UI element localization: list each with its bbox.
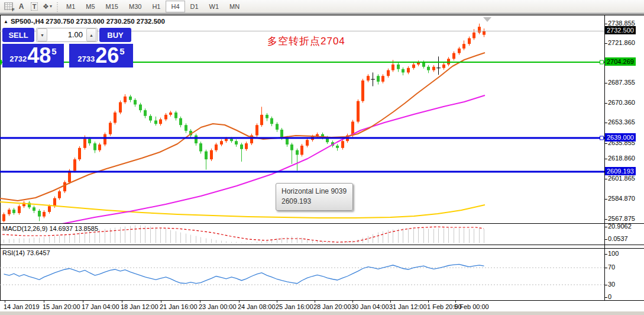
price-axis-label: 2653.365 xyxy=(608,118,635,126)
time-axis-tick xyxy=(455,300,456,303)
time-axis-tick xyxy=(122,300,122,303)
price-axis-label: 2601.865 xyxy=(608,175,635,182)
line-price-label: 2609.193 xyxy=(605,167,636,175)
time-axis[interactable]: 14 Jan 201915 Jan 20:0017 Jan 04:0018 Ja… xyxy=(0,300,604,311)
macd-bottom-border[interactable] xyxy=(0,245,644,245)
axis-tick xyxy=(604,179,607,179)
letter-t-icon: T xyxy=(31,2,38,11)
price-axis-label: 2721.860 xyxy=(608,39,635,46)
axis-tick xyxy=(604,254,607,255)
timeframe-button-MN[interactable]: MN xyxy=(224,1,245,12)
rsi-line xyxy=(4,264,484,283)
volume-input[interactable]: 1.00 xyxy=(48,28,86,41)
axis-tick xyxy=(604,227,607,227)
sell-price-pips: 48 xyxy=(27,46,51,66)
axis-tick xyxy=(604,219,607,220)
axis-tick xyxy=(604,239,607,240)
ma_fast-line xyxy=(0,53,485,201)
price-axis-label: 20.9062 xyxy=(608,223,632,230)
time-axis-tick xyxy=(239,300,240,303)
ma_slow-line xyxy=(56,95,485,223)
timeframe-button-M30[interactable]: M30 xyxy=(124,1,147,12)
axis-tick xyxy=(604,143,607,144)
axis-tick xyxy=(604,297,607,298)
buy-price-display[interactable]: 2733 26 5 xyxy=(69,44,133,68)
time-axis-label: 30 Jan 04:00 xyxy=(351,303,389,310)
text-tool-button[interactable]: T xyxy=(28,1,41,12)
toolbar: F A T ❖ ▾ M1M5M15M30H1H4D1W1MN xyxy=(0,0,644,13)
line-handle[interactable] xyxy=(600,60,604,64)
price-axis-label: 2687.355 xyxy=(608,79,635,86)
time-axis-label: 23 Jan 00:00 xyxy=(199,303,237,310)
time-axis-tick xyxy=(315,300,315,303)
rsi-panel[interactable] xyxy=(0,249,604,300)
time-axis-tick xyxy=(390,300,391,303)
axis-tick xyxy=(604,43,607,44)
buy-price-fraction: 5 xyxy=(119,46,124,56)
tooltip-object-name: Horizontal Line 9039 xyxy=(281,187,347,197)
axis-tick xyxy=(604,159,607,159)
buy-button[interactable]: BUY xyxy=(99,28,131,42)
time-axis-label: 28 Jan 20:00 xyxy=(313,303,351,310)
price-axis-label: 2584.870 xyxy=(608,195,635,202)
price-axis-label: 2670.360 xyxy=(608,99,635,106)
timeframe-buttons: M1M5M15M30H1H4D1W1MN xyxy=(61,1,245,12)
timeframe-button-H4[interactable]: H4 xyxy=(166,1,185,12)
time-axis-tick xyxy=(200,300,200,303)
timeframe-button-H1[interactable]: H1 xyxy=(147,1,166,12)
timeframe-button-M15[interactable]: M15 xyxy=(101,1,124,12)
line-price-label: 2639.000 xyxy=(605,133,636,142)
text-label-button[interactable]: A xyxy=(15,1,28,12)
timeframe-button-W1[interactable]: W1 xyxy=(204,1,225,12)
axis-tick xyxy=(604,83,607,83)
price-axis-label: 30 xyxy=(608,281,615,288)
axis-tick xyxy=(604,103,607,104)
timeframe-button-M1[interactable]: M1 xyxy=(61,1,80,12)
ma_long-line xyxy=(0,202,485,218)
buy-price-big-figure: 2733 xyxy=(77,54,95,63)
one-click-trading-panel: SELL ▼ 1.00 ▲ BUY 2732 48 5 2733 26 5 xyxy=(2,27,133,68)
chevron-down-icon: ▾ xyxy=(50,4,52,9)
time-axis-label: 15 Jan 20:00 xyxy=(43,303,80,310)
macd-label: MACD(12,26,9) 14.6937 13.8585 xyxy=(2,225,98,232)
timeframe-button-D1[interactable]: D1 xyxy=(185,1,204,12)
sell-button[interactable]: SELL xyxy=(2,28,34,42)
timeframe-button-M5[interactable]: M5 xyxy=(80,1,100,12)
arrows-icon: ❖ xyxy=(43,2,49,11)
sell-price-big-figure: 2732 xyxy=(9,54,27,63)
object-tooltip: Horizontal Line 9039 2609.193 xyxy=(276,183,353,211)
time-axis-label: 17 Jan 04:00 xyxy=(82,303,119,310)
price-axis-label: 100 xyxy=(608,250,619,257)
toolbar-separator xyxy=(57,1,58,12)
arrows-tool-button[interactable]: ❖ ▾ xyxy=(41,1,54,12)
time-axis-tick xyxy=(352,300,353,303)
time-axis-tick xyxy=(83,300,83,303)
line-price-label: 2704.269 xyxy=(605,57,636,66)
collapse-icon[interactable]: ▲ xyxy=(4,19,8,24)
volume-decrease-button[interactable]: ▼ xyxy=(37,28,47,41)
price-axis-label: 2567.875 xyxy=(608,215,635,222)
price-axis-label: 0.0537 xyxy=(608,235,628,242)
volume-increase-button[interactable]: ▲ xyxy=(86,28,96,41)
current-price-label: 2732.500 xyxy=(605,26,636,34)
time-axis-label: 24 Jan 08:00 xyxy=(238,303,276,310)
ohlc-readout: SP500-,H4 2730.750 2733.000 2730.250 273… xyxy=(11,18,165,25)
sell-price-display[interactable]: 2732 48 5 xyxy=(2,44,64,68)
tooltip-object-value: 2609.193 xyxy=(281,197,347,207)
time-axis-label: 14 Jan 2019 xyxy=(4,303,40,310)
volume-stepper: ▼ 1.00 ▲ xyxy=(36,28,98,42)
chart-title: ▲ SP500-,H4 2730.750 2733.000 2730.250 2… xyxy=(4,18,165,25)
time-axis-label: 5 Feb 00:00 xyxy=(454,303,489,310)
time-axis-label: 21 Jan 16:00 xyxy=(160,303,198,310)
time-axis-tick xyxy=(277,300,277,303)
templates-button[interactable]: F xyxy=(2,1,15,12)
letter-a-icon: A xyxy=(19,2,24,11)
price-axis-label: 70 xyxy=(608,263,615,271)
time-axis-label: 31 Jan 12:00 xyxy=(389,303,427,310)
line-handle[interactable] xyxy=(600,136,604,140)
time-axis-label: 25 Jan 16:00 xyxy=(276,303,313,310)
time-axis-tick xyxy=(161,300,161,303)
time-axis-tick xyxy=(44,300,44,303)
window-bottom-edge xyxy=(0,311,644,315)
scroll-to-end-marker[interactable] xyxy=(483,17,491,22)
